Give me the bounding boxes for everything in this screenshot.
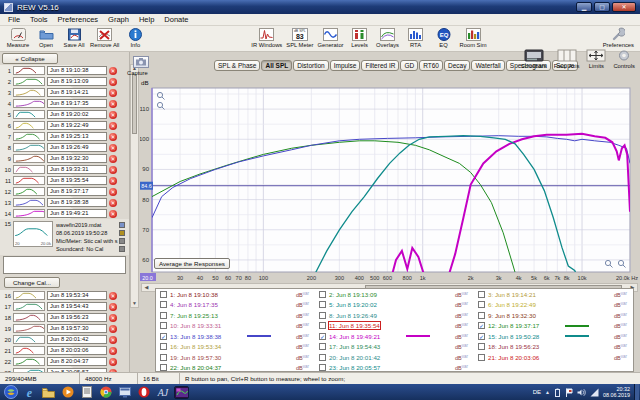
average-responses-button[interactable]: Average the Responses [154,258,230,269]
legend-checkbox[interactable] [478,301,485,308]
measurement-row[interactable]: 18Jun 8 19:56:23✕ [0,312,129,323]
menu-item-tools[interactable]: Tools [25,15,53,24]
delete-measurement-icon[interactable]: ✕ [109,133,117,141]
delete-measurement-icon[interactable]: ✕ [109,122,117,130]
measurement-row[interactable]: 14Jun 8 19:49:21✕ [0,208,129,219]
measurement-row[interactable]: 1Jun 8 19:10:38✕ [0,65,129,76]
menu-item-preferences[interactable]: Preferences [53,15,103,24]
measurement-row[interactable]: 2Jun 8 19:13:09✕ [0,76,129,87]
taskbar-app-opera[interactable] [136,386,151,399]
measurement-name-field[interactable]: Jun 8 19:14:21 [47,88,107,97]
measurement-name-field[interactable]: Jun 8 19:35:54 [47,176,107,185]
generator-button[interactable]: Generator [315,27,345,48]
measurement-row[interactable]: 17Jun 8 19:54:43✕ [0,301,129,312]
measurement-row[interactable]: 5Jun 8 19:20:02✕ [0,109,129,120]
legend-checkbox[interactable] [319,343,326,350]
taskbar-app-document-app[interactable] [79,386,94,399]
measurement-row[interactable]: 20Jun 8 20:01:42✕ [0,334,129,345]
delete-measurement-icon[interactable]: ✕ [109,336,117,344]
measurement-name-field[interactable]: Jun 8 19:37:17 [47,187,107,196]
delete-measurement-icon[interactable]: ✕ [109,199,117,207]
delete-measurement-icon[interactable]: ✕ [109,78,117,86]
save-all-button[interactable]: Save All [60,27,88,48]
delete-measurement-icon[interactable]: ✕ [109,144,117,152]
legend-checkbox[interactable] [160,291,167,298]
legend-checkbox[interactable]: ✓ [478,333,485,340]
legend-entry-3[interactable]: 3: Jun 8 19:14:21dBvar [474,289,633,300]
measurement-name-field[interactable]: Jun 8 19:32:30 [47,154,107,163]
measurement-name-field[interactable]: Jun 8 19:20:02 [47,110,107,119]
delete-measurement-icon[interactable]: ✕ [109,67,117,75]
legend-checkbox[interactable] [319,301,326,308]
measurement-row[interactable]: 16Jun 8 19:53:34✕ [0,290,129,301]
delete-measurement-icon[interactable]: ✕ [109,314,117,322]
measurement-name-field[interactable]: Jun 8 19:54:43 [47,302,107,311]
measurement-row[interactable]: 12Jun 8 19:37:17✕ [0,186,129,197]
delete-measurement-icon[interactable]: ✕ [109,100,117,108]
levels-button[interactable]: Levels [346,27,374,48]
show-desktop-button[interactable] [634,384,639,400]
capture-button[interactable] [133,56,149,68]
spl-meter-button[interactable]: dB SPL83SPL Meter [284,27,315,48]
delete-measurement-icon[interactable]: ✕ [109,166,117,174]
delete-measurement-icon[interactable]: ✕ [109,89,117,97]
legend-entry-2[interactable]: 2: Jun 8 19:13:09dBvar [315,289,474,300]
measurement-row[interactable]: 19Jun 8 19:57:30✕ [0,323,129,334]
legend-checkbox[interactable] [319,354,326,361]
info-button[interactable]: Info [121,27,149,48]
measurement-name-field[interactable]: Jun 8 19:22:49 [47,121,107,130]
measurement-name-field[interactable]: Jun 8 19:38:38 [47,198,107,207]
delete-measurement-icon[interactable]: ✕ [109,155,117,163]
legend-entry-22[interactable]: 22: Jun 8 20:04:37dBvar [156,363,315,374]
language-indicator[interactable]: DE [533,389,541,395]
network-icon[interactable] [590,388,599,397]
delete-measurement-icon[interactable]: ✕ [109,210,117,218]
edit-date-icon[interactable] [119,230,125,236]
measurement-row[interactable]: 7Jun 8 19:25:13✕ [0,131,129,142]
legend-entry-23[interactable]: 23: Jun 8 20:05:57dBvar [315,363,474,374]
delete-measurement-icon[interactable]: ✕ [109,358,117,366]
legend-checkbox[interactable]: ✓ [478,322,485,329]
legend-entry-4[interactable]: 4: Jun 8 19:17:35dBvar [156,300,315,311]
taskbar-app-file-explorer[interactable] [41,386,56,399]
tab-rt60[interactable]: RT60 [419,60,443,71]
preferences-button[interactable]: Preferences [601,27,636,48]
taskbar-app-aj-app[interactable]: AJ [155,386,170,399]
open-button[interactable]: Open [32,27,60,48]
legend-entry-19[interactable]: 19: Jun 8 19:57:30dBvar [156,352,315,363]
measurement-name-field[interactable]: Jun 8 19:26:49 [47,143,107,152]
tab-gd[interactable]: GD [400,60,418,71]
legend-checkbox[interactable] [319,291,326,298]
legend-entry-10[interactable]: 10: Jun 8 19:33:31dBvar [156,321,315,332]
measurement-row[interactable]: 9Jun 8 19:32:30✕ [0,153,129,164]
taskbar-app-chrome[interactable] [98,386,113,399]
legend-entry-6[interactable]: 6: Jun 8 19:22:49dBvar [474,300,633,311]
measurement-name-field[interactable]: Jun 8 20:04:37 [47,357,107,366]
battery-icon[interactable] [554,388,561,397]
legend-checkbox[interactable] [160,364,167,371]
measure-button[interactable]: Measure [4,27,32,48]
delete-measurement-icon[interactable]: ✕ [109,111,117,119]
change-cal-button[interactable]: Change Cal... [4,277,60,288]
volume-icon[interactable] [577,388,586,397]
legend-checkbox[interactable] [319,312,326,319]
legend-entry-14[interactable]: ✓14: Jun 8 19:49:21dBvar [315,331,474,342]
scroll-down-icon[interactable]: ▼ [132,300,137,307]
delete-measurement-icon[interactable]: ✕ [109,325,117,333]
legend-entry-11[interactable]: 11: Jun 8 19:35:54dBvar [315,321,474,332]
tab-filtered-ir[interactable]: Filtered IR [361,60,399,71]
sidebar-scrollbar[interactable]: ▲ ▼ [130,64,139,308]
tab-decay[interactable]: Decay [444,60,470,71]
legend-checkbox[interactable] [319,364,326,371]
measurement-row[interactable]: 22Jun 8 20:04:37✕ [0,356,129,367]
tab-all-spl[interactable]: All SPL [261,60,292,71]
legend-entry-8[interactable]: 8: Jun 8 19:26:49dBvar [315,310,474,321]
legend-checkbox[interactable]: ✓ [160,333,167,340]
measurement-name-field[interactable]: Jun 8 19:17:35 [47,99,107,108]
overlays-button[interactable]: Overlays [374,27,402,48]
eq-button[interactable]: EQEQ [430,27,458,48]
legend-checkbox[interactable] [160,312,167,319]
menu-item-graph[interactable]: Graph [103,15,134,24]
legend-checkbox[interactable] [478,354,485,361]
measurement-name-field[interactable]: Jun 8 19:49:21 [47,209,107,218]
